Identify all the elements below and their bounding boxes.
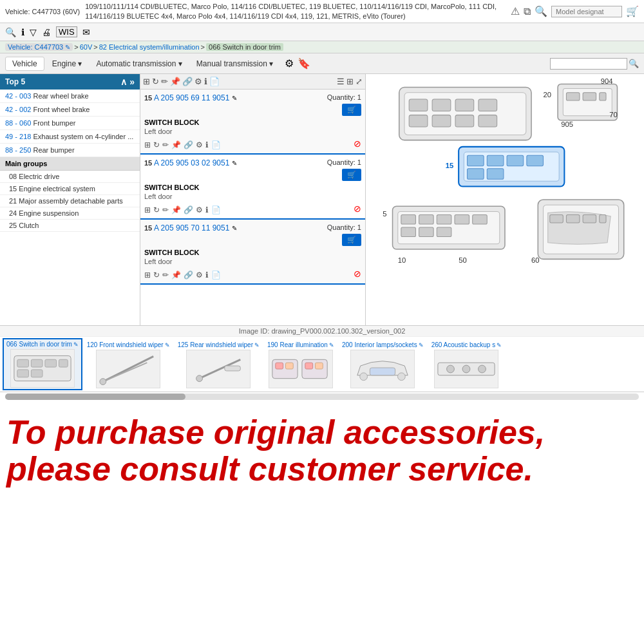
- scrollbar-track[interactable]: [5, 393, 639, 400]
- expand-icon[interactable]: ⤢: [355, 77, 363, 86]
- group-item[interactable]: 15 Engine electrical system: [0, 183, 140, 195]
- svg-rect-2: [409, 99, 428, 111]
- part-link2-icon[interactable]: 🔗: [184, 270, 193, 279]
- part-gear2-icon[interactable]: ⚙: [196, 205, 203, 214]
- breadcrumb-vehicle[interactable]: Vehicle: C447703 ✎: [5, 43, 73, 51]
- copy-icon[interactable]: ⧉: [524, 6, 531, 17]
- add-to-cart-button[interactable]: 🛒: [342, 169, 361, 181]
- group-item[interactable]: 25 Clutch: [0, 220, 140, 232]
- part-desc: Left door: [144, 128, 361, 135]
- edit-tab-icon[interactable]: ✎: [329, 342, 334, 348]
- thumbnail-tab[interactable]: 190 Rear illumination ✎: [264, 339, 337, 390]
- wis-icon[interactable]: WIS: [56, 26, 77, 37]
- group-item[interactable]: 08 Electric drive: [0, 171, 140, 183]
- nav-vehicle[interactable]: Vehicle: [5, 57, 44, 71]
- scrollbar-thumb[interactable]: [5, 393, 185, 400]
- add-to-cart-button[interactable]: 🛒: [342, 234, 361, 246]
- email-icon[interactable]: ✉: [82, 27, 90, 37]
- nav-search-icon[interactable]: 🔍: [629, 59, 639, 68]
- link-icon[interactable]: 🔗: [182, 77, 193, 86]
- doc-icon[interactable]: 📄: [209, 77, 220, 86]
- left-item[interactable]: 49 - 218 Exhaust system on 4-cylinder ..…: [0, 130, 140, 144]
- svg-point-56: [100, 379, 106, 385]
- left-item[interactable]: 88 - 060 Front bumper: [0, 117, 140, 130]
- list-view-icon[interactable]: ☰: [337, 77, 345, 86]
- add-to-cart-button[interactable]: 🛒: [342, 104, 361, 116]
- diagram-label-20: 20: [544, 91, 552, 99]
- part-pin2-icon[interactable]: 📌: [171, 205, 181, 214]
- part-pencil-icon[interactable]: ✏: [162, 140, 169, 149]
- part-pencil-icon[interactable]: ✏: [162, 205, 169, 214]
- svg-rect-25: [487, 169, 504, 179]
- part-link2-icon[interactable]: 🔗: [184, 140, 193, 149]
- pencil-icon[interactable]: ✏: [161, 77, 168, 86]
- thumbnail-tab[interactable]: 260 Acoustic backup s ✎: [428, 339, 506, 390]
- thumbnail-tab[interactable]: 066 Switch in door trim ✎: [3, 338, 82, 390]
- part-doc2-icon[interactable]: 📄: [211, 140, 221, 149]
- zoom-in-icon[interactable]: 🔍: [5, 27, 16, 37]
- part-gear2-icon[interactable]: ⚙: [196, 140, 203, 149]
- part-doc2-icon[interactable]: 📄: [211, 270, 221, 279]
- grid-icon[interactable]: ⊞: [143, 77, 150, 86]
- filter-icon[interactable]: ▽: [30, 27, 37, 37]
- part-gear2-icon[interactable]: ⚙: [196, 270, 203, 279]
- part-pin2-icon[interactable]: 📌: [171, 140, 181, 149]
- warning-icon[interactable]: ⚠: [511, 5, 520, 17]
- part-refresh-icon[interactable]: ↻: [153, 270, 160, 279]
- edit-tab-icon[interactable]: ✎: [165, 342, 170, 348]
- vehicle-label: Vehicle: C447703 (60V): [5, 8, 80, 15]
- edit-tab-icon[interactable]: ✎: [419, 342, 424, 348]
- part-doc2-icon[interactable]: 📄: [211, 205, 221, 214]
- collapse-arrows[interactable]: ∧ »: [120, 77, 135, 87]
- thumbnail-tab[interactable]: 125 Rear windshield wiper ✎: [175, 339, 263, 390]
- svg-rect-50: [45, 359, 57, 367]
- edit-tab-icon[interactable]: ✎: [254, 342, 260, 348]
- edit-tab-icon[interactable]: ✎: [497, 342, 502, 348]
- part-grid-icon[interactable]: ⊞: [144, 270, 151, 279]
- part-grid-icon[interactable]: ⊞: [144, 205, 151, 214]
- nav-search-input[interactable]: [550, 58, 627, 70]
- part-info2-icon[interactable]: ℹ: [205, 205, 209, 214]
- part-refresh-icon[interactable]: ↻: [153, 140, 160, 149]
- settings-icon[interactable]: ⚙: [285, 57, 294, 70]
- svg-text:905: 905: [561, 120, 573, 128]
- part-edit-icon[interactable]: ✎: [232, 225, 237, 232]
- nav-auto-trans[interactable]: Automatic transmission ▾: [90, 57, 188, 70]
- group-item[interactable]: 21 Major assembly detachable parts: [0, 195, 140, 207]
- left-item[interactable]: 88 - 250 Rear bumper: [0, 144, 140, 157]
- grid-view-icon[interactable]: ⊞: [346, 77, 354, 86]
- part-info2-icon[interactable]: ℹ: [205, 270, 209, 279]
- thumbnail-tab[interactable]: 120 Front windshield wiper ✎: [84, 339, 173, 390]
- svg-rect-4: [455, 99, 474, 111]
- breadcrumb-level1[interactable]: 60V: [80, 43, 93, 51]
- edit-tab-icon[interactable]: ✎: [73, 341, 79, 348]
- left-item[interactable]: 42 - 003 Rear wheel brake: [0, 90, 140, 103]
- thumbnail-tab[interactable]: 200 Interior lamps/sockets ✎: [339, 339, 427, 390]
- part-info2-icon[interactable]: ℹ: [205, 140, 209, 149]
- left-item[interactable]: 42 - 002 Front wheel brake: [0, 103, 140, 117]
- print-icon[interactable]: 🖨: [42, 27, 51, 37]
- part-pencil-icon[interactable]: ✏: [162, 270, 169, 279]
- part-edit-icon[interactable]: ✎: [232, 160, 237, 167]
- part-pin2-icon[interactable]: 📌: [171, 270, 181, 279]
- breadcrumb-level2[interactable]: 82 Electrical system/illumination: [99, 43, 200, 51]
- info2-icon[interactable]: ℹ: [204, 77, 207, 86]
- search-icon-top[interactable]: 🔍: [535, 5, 547, 17]
- edit-vehicle-icon[interactable]: ✎: [65, 44, 70, 51]
- thumb-image: [350, 350, 415, 388]
- refresh-icon[interactable]: ↻: [152, 77, 159, 86]
- cart-icon-top[interactable]: 🛒: [626, 5, 639, 17]
- info-icon[interactable]: ℹ: [21, 27, 24, 37]
- nav-engine[interactable]: Engine ▾: [46, 57, 89, 70]
- bookmark-icon[interactable]: 🔖: [298, 57, 310, 70]
- svg-rect-21: [487, 155, 504, 166]
- part-refresh-icon[interactable]: ↻: [153, 205, 160, 214]
- nav-manual-trans[interactable]: Manual transmission ▾: [190, 57, 279, 70]
- part-link2-icon[interactable]: 🔗: [184, 205, 193, 214]
- model-search-input[interactable]: [551, 6, 622, 17]
- part-edit-icon[interactable]: ✎: [232, 95, 237, 102]
- group-item[interactable]: 24 Engine suspension: [0, 207, 140, 220]
- pin-icon[interactable]: 📌: [170, 77, 180, 86]
- settings2-icon[interactable]: ⚙: [194, 77, 202, 86]
- part-grid-icon[interactable]: ⊞: [144, 140, 151, 149]
